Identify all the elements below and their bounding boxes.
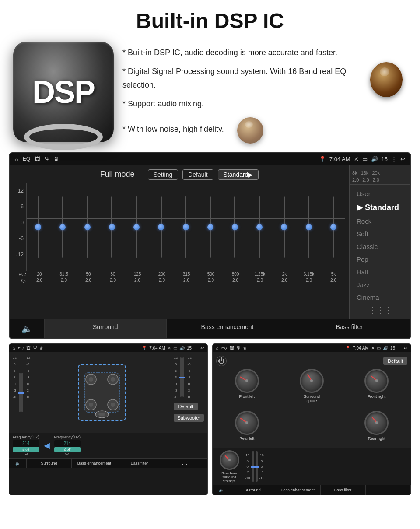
- gauge-rear-right[interactable]: Rear right: [346, 411, 407, 445]
- sc1-x-icon[interactable]: ✕: [168, 346, 171, 350]
- sc1-tab-bass-enh[interactable]: Bass enhancement: [72, 459, 117, 468]
- menu-icon[interactable]: ⋮: [391, 156, 397, 162]
- tab-bass-filter-label: Bass filter: [336, 323, 362, 330]
- sc1-menu[interactable]: ⋮: [194, 346, 198, 350]
- eq-sliders[interactable]: [26, 183, 345, 271]
- sc1-time: 7:04 AM: [149, 346, 165, 350]
- sc2-back[interactable]: ↩: [404, 346, 407, 350]
- sc1-crown-icon[interactable]: ♛: [39, 346, 43, 350]
- preset-hall[interactable]: Hall: [350, 266, 410, 278]
- extra-fc-20k: 20k: [372, 170, 380, 175]
- preset-soft[interactable]: Soft: [350, 228, 410, 240]
- eq-slider-2[interactable]: [51, 183, 74, 271]
- eq-slider-13[interactable]: [322, 183, 345, 271]
- crown-icon[interactable]: ♛: [54, 156, 59, 162]
- sc1-tabs: 🔈 Surround Bass enhancement Bass filter …: [9, 458, 207, 468]
- tab-bass-filter[interactable]: Bass filter: [288, 319, 410, 338]
- setting-button[interactable]: Setting: [148, 169, 178, 180]
- sc2-vol-icon: 🔊: [383, 346, 388, 350]
- sc1-left-arrow-icon[interactable]: ◀: [44, 441, 50, 450]
- preset-jazz[interactable]: Jazz: [350, 278, 410, 291]
- eq-slider-3[interactable]: [76, 183, 98, 271]
- sc1-tab-surround[interactable]: Surround: [27, 459, 72, 468]
- sc2-power-icon[interactable]: ⏻: [216, 356, 227, 366]
- eq-header: Full mode Setting Default Standard▶: [14, 169, 345, 180]
- eq-slider-9[interactable]: [224, 183, 246, 271]
- eq-slider-8[interactable]: [199, 183, 222, 271]
- sc2-img-icon[interactable]: 🖼: [230, 346, 234, 350]
- eq-slider-4[interactable]: [101, 183, 123, 271]
- sc1-default-btn[interactable]: Default: [174, 403, 198, 410]
- eq-slider-10[interactable]: [248, 183, 271, 271]
- eq-slider-7[interactable]: [174, 183, 197, 271]
- feature-3: * Support audio mixing.: [122, 97, 402, 111]
- page-title: Built-in DSP IC: [0, 0, 420, 37]
- screenshot-gauges: ⌂ EQ 🖼 Ψ ♛ 📍 7:04 AM ✕ ▭ 🔊 15 ⋮ ↩ ⏻ Defa…: [212, 343, 411, 495]
- svg-point-4: [111, 377, 115, 382]
- home-icon[interactable]: ⌂: [15, 156, 18, 162]
- eq-y-labels: 12 6 0 -6 -12: [14, 183, 26, 271]
- sc2-tab-eq[interactable]: ⋮⋮: [366, 485, 411, 495]
- tab-bass-enhancement[interactable]: Bass enhancement: [167, 319, 289, 338]
- gauge-rear-left-label: Rear left: [239, 436, 254, 441]
- back-icon[interactable]: ↩: [400, 156, 405, 162]
- tab-speaker[interactable]: 🔈: [10, 319, 45, 338]
- gauge-front-right[interactable]: Front right: [346, 369, 407, 407]
- sc1-img-icon[interactable]: 🖼: [26, 346, 31, 350]
- gauge-front-left-label: Front left: [239, 394, 255, 399]
- sc1-tab-speaker[interactable]: 🔈: [9, 459, 27, 468]
- svg-point-8: [111, 403, 115, 407]
- gauge-surround-space[interactable]: Surround space: [281, 369, 342, 407]
- preset-pop[interactable]: Pop: [350, 253, 410, 266]
- sc2-menu[interactable]: ⋮: [397, 346, 402, 350]
- standard-button[interactable]: Standard▶: [218, 169, 259, 180]
- preset-classic[interactable]: Classic: [350, 240, 410, 253]
- sc1-off-btn-2[interactable]: ≤ off: [54, 447, 81, 452]
- sc1-back[interactable]: ↩: [200, 346, 204, 350]
- gauge-rear-horn-label: Rear horn surround strength: [216, 471, 242, 483]
- preset-rock[interactable]: Rock: [350, 215, 410, 228]
- default-button[interactable]: Default: [182, 169, 213, 180]
- sc2-tabs: 🔈 Surround Bass enhancement Bass filter …: [213, 485, 411, 495]
- sc2-vert-bars: 1050-5-10 1050-5-10: [245, 451, 264, 482]
- equalizer-icon-sidebar: ⋮⋮⋮: [368, 306, 392, 315]
- eq-slider-11[interactable]: [273, 183, 295, 271]
- preset-standard[interactable]: Standard: [350, 200, 410, 215]
- usb-icon[interactable]: Ψ: [45, 156, 49, 162]
- gauge-rear-left[interactable]: Rear left: [216, 411, 277, 445]
- gauge-rear-right-label: Rear right: [368, 436, 385, 441]
- tab-bass-enh-label: Bass enhancement: [201, 323, 254, 330]
- tab-surround[interactable]: Surround: [45, 319, 167, 338]
- sc2-battery: ▭: [377, 346, 381, 350]
- sc1-off-btn[interactable]: ≤ off: [13, 447, 39, 452]
- sc2-default-btn[interactable]: Default: [383, 357, 407, 365]
- eq-q-row: Q: 2.0 2.0 2.0 2.0 2.0 2.0 2.0 2.0 2.0 2…: [14, 278, 345, 283]
- sc2-tab-speaker[interactable]: 🔈: [213, 485, 230, 495]
- sc2-pin-icon: 📍: [345, 346, 350, 350]
- sc1-tab-bass-filter[interactable]: Bass filter: [117, 459, 162, 468]
- eq-slider-5[interactable]: [125, 183, 148, 271]
- sc2-tab-surround[interactable]: Surround: [230, 485, 275, 495]
- sc1-home-icon[interactable]: ⌂: [13, 346, 15, 350]
- sc1-tab-eq[interactable]: ⋮⋮: [162, 459, 207, 468]
- x-icon[interactable]: ✕: [354, 156, 359, 162]
- sc2-tab-bass-enh[interactable]: Bass enhancement: [275, 485, 320, 495]
- sc2-home-icon[interactable]: ⌂: [216, 346, 219, 350]
- sc2-usb-icon[interactable]: Ψ: [237, 346, 240, 350]
- sc1-battery: ▭: [173, 346, 177, 350]
- preset-cinema[interactable]: Cinema: [350, 291, 410, 304]
- gauge-front-left[interactable]: Front left: [216, 369, 277, 407]
- eq-slider-6[interactable]: [150, 183, 172, 271]
- battery-icon: ▭: [362, 156, 368, 162]
- sc1-subwoofer-btn[interactable]: Subwoofer: [174, 414, 204, 422]
- gauge-rear-horn[interactable]: Rear horn surround strength: [216, 450, 242, 483]
- preset-user[interactable]: User: [350, 187, 410, 200]
- sc1-usb-icon[interactable]: Ψ: [33, 346, 37, 350]
- sc2-tab-bass-filter[interactable]: Bass filter: [321, 485, 366, 495]
- eq-slider-1[interactable]: [27, 183, 49, 271]
- sc2-crown-icon[interactable]: ♛: [243, 346, 247, 350]
- sc2-x-icon[interactable]: ✕: [371, 346, 374, 350]
- eq-slider-12[interactable]: [298, 183, 320, 271]
- image-icon[interactable]: 🖼: [35, 156, 40, 162]
- knob-decoration-2: [237, 117, 263, 144]
